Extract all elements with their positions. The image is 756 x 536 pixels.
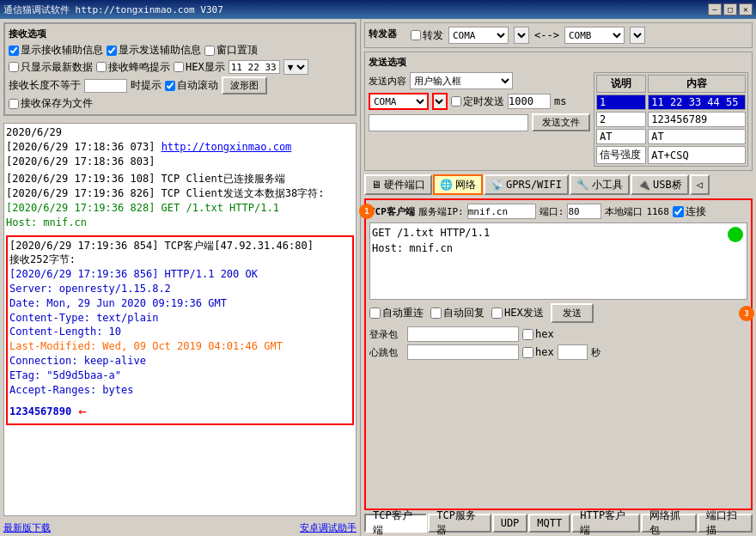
show-receive-help-label[interactable]: 显示接收辅助信息 [9, 43, 103, 58]
send-row-3: 发送文件 [369, 113, 590, 131]
desc-row-2[interactable]: 2 123456789 [596, 112, 746, 127]
heartbeat-hex-label[interactable]: hex [522, 346, 554, 358]
btab-network-capture[interactable]: 网络抓包 [641, 514, 696, 533]
connect-checkbox-label[interactable]: 连接 [673, 204, 706, 219]
left-panel: 接收选项 显示接收辅助信息 显示发送辅助信息 窗口置顶 只显示最 [0, 19, 361, 536]
show-latest-checkbox[interactable] [9, 62, 19, 72]
btab-mqtt[interactable]: MQTT [528, 514, 570, 533]
comb-select[interactable]: COMB [564, 27, 625, 44]
tab-tools[interactable]: 🔧 小工具 [570, 174, 630, 195]
tab-network[interactable]: 🌐 网络 [433, 174, 483, 195]
send-button[interactable]: 发送 [551, 303, 594, 323]
auto-reconnect-label[interactable]: 自动重连 [369, 306, 424, 320]
hex-value-input[interactable] [229, 60, 280, 74]
window-top-label[interactable]: 窗口置顶 [204, 43, 258, 58]
hex-send-label[interactable]: HEX发送 [491, 306, 544, 320]
desc-id-signal[interactable]: 信号强度 [596, 146, 646, 164]
show-send-help-checkbox[interactable] [107, 46, 117, 56]
auto-reply-checkbox[interactable] [430, 308, 442, 319]
port-select-arrow[interactable]: ▼ [432, 93, 448, 110]
auto-scroll-label[interactable]: 自动滚动 [165, 78, 218, 93]
desc-content-1[interactable]: 11 22 33 44 55 [648, 94, 746, 110]
port-input[interactable] [567, 204, 601, 219]
heartbeat-sec-input[interactable] [558, 344, 588, 360]
login-hex-checkbox[interactable] [522, 329, 533, 340]
show-receive-help-checkbox[interactable] [9, 46, 19, 56]
btab-tcp-client[interactable]: TCP客户端 [364, 514, 427, 533]
btab-tcp-server[interactable]: TCP服务器 [428, 514, 491, 533]
connect-label: 连接 [686, 204, 706, 219]
btab-udp[interactable]: UDP [492, 514, 528, 533]
log-area[interactable]: 2020/6/29 [2020/6/29 17:18:36 073] http:… [3, 123, 357, 516]
coma-select-arrow[interactable]: ▼ [514, 27, 529, 44]
coma-select[interactable]: COMA [448, 27, 509, 44]
hex-display-checkbox[interactable] [174, 62, 184, 72]
desc-id-at[interactable]: AT [596, 129, 646, 144]
close-button[interactable]: ✕ [739, 3, 753, 15]
desc-row-1[interactable]: 1 11 22 33 44 55 [596, 94, 746, 110]
tab-gprs[interactable]: 📡 GPRS/WIFI [484, 174, 569, 195]
wave-button[interactable]: 波形图 [222, 76, 267, 94]
window-top-checkbox[interactable] [204, 46, 215, 56]
forward-checkbox[interactable] [411, 30, 421, 40]
tab-more[interactable]: ◁ [690, 174, 710, 195]
tab-usb[interactable]: 🔌 USB桥 [631, 174, 689, 195]
hex-dropdown[interactable]: ▼ [284, 59, 308, 75]
port-select[interactable]: COMA [369, 93, 429, 110]
hl-line-11: Accept-Ranges: bytes [9, 383, 351, 398]
connect-checkbox[interactable] [673, 206, 684, 217]
timed-send-checkbox[interactable] [451, 96, 461, 107]
desc-id-1[interactable]: 1 [596, 94, 646, 110]
save-file-checkbox[interactable] [9, 99, 19, 109]
download-link[interactable]: 最新版下载 [3, 521, 51, 534]
hex-send-checkbox[interactable] [491, 308, 503, 319]
tcp-log-area[interactable]: 2 GET /1.txt HTTP/1.1 Host: mnif.cn [369, 222, 747, 300]
forwarder-row: 转发器 转发 COMA ▼ <--> COMB ▼ [369, 27, 748, 44]
auto-reconnect-checkbox[interactable] [369, 308, 381, 319]
receive-beep-checkbox[interactable] [96, 62, 107, 72]
show-latest-label[interactable]: 只显示最新数据 [9, 60, 93, 75]
hex-display-label[interactable]: HEX显示 [174, 60, 225, 75]
server-ip-input[interactable] [467, 204, 536, 219]
auto-scroll-checkbox[interactable] [165, 81, 175, 91]
usb-icon: 🔌 [637, 179, 650, 191]
desc-content-at[interactable]: AT [648, 129, 746, 144]
desc-id-2[interactable]: 2 [596, 112, 646, 127]
heartbeat-hex-checkbox[interactable] [522, 347, 533, 358]
title-bar: 通信猫调试软件 http://tongxinmao.com V307 — □ ✕ [0, 0, 756, 19]
comb-select-arrow[interactable]: ▼ [630, 27, 645, 44]
length-input[interactable] [84, 79, 127, 93]
show-send-help-label[interactable]: 显示发送辅助信息 [107, 43, 201, 58]
desc-row-3[interactable]: AT AT [596, 129, 746, 144]
desc-content-signal[interactable]: AT+CSQ [648, 146, 746, 164]
heartbeat-input[interactable] [407, 344, 519, 360]
send-row-2: COMA ▼ 定时发送 ms [369, 93, 590, 110]
desc-row-4[interactable]: 信号强度 AT+CSQ [596, 146, 746, 164]
send-content-select[interactable]: 用户输入框 [410, 72, 513, 89]
auto-reply-label[interactable]: 自动回复 [430, 306, 485, 320]
save-file-label[interactable]: 接收保存为文件 [9, 96, 93, 111]
desc-content-2[interactable]: 123456789 [648, 112, 746, 127]
btab-port-scan[interactable]: 端口扫描 [698, 514, 753, 533]
timed-send-label[interactable]: 定时发送 [451, 94, 504, 109]
minimize-button[interactable]: — [708, 3, 722, 15]
btab-http-client[interactable]: HTTP客户端 [571, 514, 640, 533]
log-link[interactable]: http://tongxinmao.com [162, 141, 292, 153]
tab-hardware[interactable]: 🖥 硬件端口 [364, 174, 432, 195]
send-left-col: 发送内容 用户输入框 COMA ▼ 定时发送 [369, 72, 590, 167]
timed-ms-input[interactable] [508, 94, 551, 109]
log-line-1: [2020/6/29 17:18:36 073] http://tongxinm… [6, 140, 354, 155]
receive-beep-label[interactable]: 接收蜂鸣提示 [96, 60, 170, 75]
highlighted-block: [2020/6/29 17:19:36 854] TCP客户端[47.92.31… [6, 235, 354, 425]
forward-label[interactable]: 转发 [411, 28, 443, 43]
maximize-button[interactable]: □ [723, 3, 737, 15]
android-link[interactable]: 安卓调试助手 [300, 521, 357, 534]
hl-line-5: Date: Mon, 29 Jun 2020 09:19:36 GMT [9, 296, 351, 311]
send-text-input[interactable] [369, 114, 528, 131]
sec-label: 秒 [591, 346, 601, 359]
log-line-3: [2020/6/29 17:19:36 108] TCP Client已连接服务… [6, 172, 354, 186]
send-file-button[interactable]: 发送文件 [532, 113, 590, 131]
desc-col-header: 说明 [596, 75, 646, 93]
login-hex-label[interactable]: hex [522, 328, 554, 340]
login-input[interactable] [407, 326, 519, 342]
